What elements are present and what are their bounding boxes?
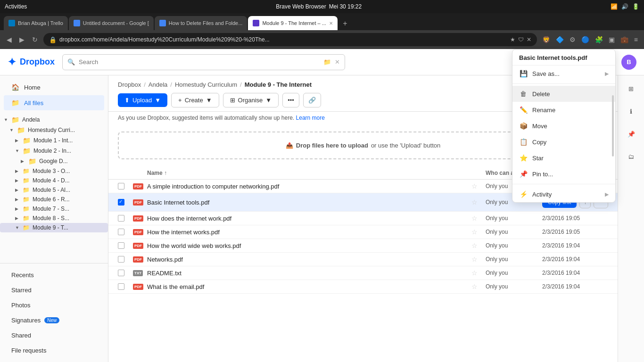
checkbox-f8[interactable] — [118, 283, 133, 290]
folder-icon-m1: 📁 — [23, 137, 31, 144]
extension1-icon[interactable]: 🔷 — [554, 34, 565, 45]
right-panel-apps-icon[interactable]: ⊞ — [624, 81, 639, 96]
pdf-badge-f6: PDF — [133, 256, 143, 263]
checkbox-f3[interactable] — [118, 215, 133, 222]
col-name-header[interactable]: Name ↑ — [147, 170, 471, 176]
organise-button[interactable]: ⊞ Organise ▼ — [223, 93, 279, 107]
star-label: Star — [532, 155, 544, 162]
context-menu-star[interactable]: ⭐ Star — [512, 150, 615, 166]
checkbox-f6[interactable] — [118, 256, 133, 263]
star-f2[interactable]: ☆ — [471, 198, 486, 206]
star-f4[interactable]: ☆ — [471, 228, 486, 236]
tree-item-module4[interactable]: ▶ 📁 Module 4 - D... — [0, 176, 108, 185]
file-row-3[interactable]: PDF How does the internet work.pdf ☆ Onl… — [108, 212, 618, 225]
folder-icon-m6: 📁 — [23, 196, 30, 203]
sidebar-item-recents[interactable]: Recents — [4, 268, 104, 282]
sidebar-label-home: Home — [24, 84, 41, 91]
folder-filter-icon[interactable]: 📁 — [323, 58, 331, 66]
folder-icon-gd: 📁 — [28, 157, 36, 165]
right-panel-pin-icon[interactable]: 📌 — [624, 126, 639, 141]
tree-item-module8[interactable]: ▶ 📁 Module 8 - S... — [0, 214, 108, 223]
tab-close-module9[interactable]: ✕ — [329, 21, 333, 26]
brave-icon[interactable]: 🦁 — [541, 34, 552, 45]
sidebar-item-home[interactable]: 🏠 Home — [4, 80, 104, 95]
more-actions-button[interactable]: ••• — [282, 93, 299, 107]
tree-item-andela[interactable]: ▼ 📁 Andela — [0, 115, 108, 125]
url-close-icon[interactable]: ✕ — [527, 36, 531, 43]
tree-item-module2[interactable]: ▼ 📁 Module 2 - In... — [0, 146, 108, 156]
checkbox-f7[interactable] — [118, 270, 133, 276]
checkbox-f4[interactable] — [118, 229, 133, 235]
tree-item-googled[interactable]: ▶ 📁 Google D... — [0, 156, 108, 166]
tree-item-module6[interactable]: ▶ 📁 Module 6 - R... — [0, 195, 108, 204]
extension2-icon[interactable]: ⚙ — [568, 34, 577, 45]
sidebar-item-file-requests[interactable]: File requests — [4, 343, 104, 358]
share-link-button[interactable]: 🔗 — [303, 93, 321, 107]
header-search[interactable]: 🔍 📁 ✕ — [62, 54, 345, 70]
extension3-icon[interactable]: 🔵 — [580, 34, 591, 45]
star-f1[interactable]: ☆ — [471, 182, 486, 190]
breadcrumb-homestudy[interactable]: Homestudy Curriculum — [175, 81, 237, 88]
tree-item-module9[interactable]: ▼ 📁 Module 9 - T... — [0, 223, 108, 232]
sidebar-item-starred[interactable]: Starred — [4, 283, 104, 297]
tab-trello[interactable]: Brian Abuga | Trello — [4, 16, 68, 30]
context-menu-move[interactable]: 📦 Move — [512, 118, 615, 134]
save-as-label: Save as... — [532, 70, 560, 77]
tab-google-docs[interactable]: Untitled document - Google [ — [69, 16, 154, 30]
learn-more-link[interactable]: Learn more — [296, 115, 325, 121]
tree-label-m8: Module 8 - S... — [33, 215, 69, 222]
tree-item-module1[interactable]: ▶ 📁 Module 1 - Int... — [0, 135, 108, 146]
breadcrumb-dropbox[interactable]: Dropbox — [118, 81, 141, 88]
wallet-icon[interactable]: 💼 — [619, 34, 630, 45]
tree-item-module7[interactable]: ▶ 📁 Module 7 - S... — [0, 204, 108, 214]
create-button[interactable]: + Create ▼ — [171, 93, 219, 107]
back-button[interactable]: ◀ — [5, 34, 14, 45]
file-row-8[interactable]: PDF What is the email.pdf ☆ Only you 2/3… — [108, 280, 618, 294]
clear-search-icon[interactable]: ✕ — [335, 58, 340, 66]
shield-icon[interactable]: 🛡 — [518, 36, 524, 43]
right-panel-folder-icon[interactable]: 🗂 — [624, 149, 639, 164]
tree-item-module3[interactable]: ▶ 📁 Module 3 - O... — [0, 166, 108, 176]
search-input[interactable] — [79, 58, 320, 66]
sidebar-item-all-files[interactable]: 📁 All files — [4, 95, 104, 110]
sidebar-item-shared[interactable]: Shared — [4, 328, 104, 343]
sidebar: 🏠 Home 📁 All files ▼ 📁 Andela ▼ — [0, 75, 108, 362]
sidebar-toggle-icon[interactable]: ▣ — [607, 34, 616, 45]
checkbox-f5[interactable] — [118, 242, 133, 249]
right-panel-info-icon[interactable]: ℹ — [624, 104, 639, 119]
file-icon-f7: TXT — [133, 270, 147, 276]
checkbox-f1[interactable] — [118, 183, 133, 189]
context-menu-delete[interactable]: 🗑 Delete — [512, 86, 615, 102]
star-f3[interactable]: ☆ — [471, 214, 486, 222]
forward-button[interactable]: ▶ — [17, 34, 26, 45]
breadcrumb-andela[interactable]: Andela — [149, 81, 167, 88]
refresh-button[interactable]: ↻ — [30, 34, 40, 45]
star-f8[interactable]: ☆ — [471, 283, 486, 290]
menu-icon[interactable]: ≡ — [633, 34, 639, 45]
tree-item-module5[interactable]: ▶ 📁 Module 5 - Al... — [0, 185, 108, 195]
context-menu-save-as[interactable]: 💾 Save as... ▶ — [512, 66, 615, 82]
context-menu-pin-to[interactable]: 📌 Pin to... — [512, 166, 615, 182]
upload-button[interactable]: ⬆ Upload ▼ — [118, 93, 167, 107]
tab-module9[interactable]: Module 9 - The Internet – ... ✕ — [248, 16, 338, 30]
star-f7[interactable]: ☆ — [471, 269, 486, 277]
file-row-5[interactable]: PDF How the world wide web works.pdf ☆ O… — [108, 239, 618, 253]
file-row-4[interactable]: PDF How the internet works.pdf ☆ Only yo… — [108, 225, 618, 239]
sidebar-item-photos[interactable]: Photos — [4, 298, 104, 313]
activities-label[interactable]: Activities — [5, 3, 27, 10]
new-tab-button[interactable]: + — [339, 17, 352, 30]
star-f5[interactable]: ☆ — [471, 242, 486, 249]
tree-item-homestudy[interactable]: ▼ 📁 Homestudy Curri... — [0, 125, 108, 135]
checkbox-f2[interactable]: ✓ — [118, 199, 133, 206]
url-input[interactable]: 🔒 dropbox.com/home/Andela/Homestudy%20Cu… — [43, 33, 537, 46]
context-menu-rename[interactable]: ✏️ Rename — [512, 102, 615, 118]
context-menu-copy[interactable]: 📋 Copy — [512, 134, 615, 150]
file-row-7[interactable]: TXT README.txt ☆ Only you 2/3/2016 19:04 — [108, 266, 618, 280]
bookmark-icon[interactable]: ★ — [510, 36, 515, 43]
puzzle-icon[interactable]: 🧩 — [594, 34, 604, 45]
context-menu-activity[interactable]: ⚡ Activity ▶ — [512, 186, 615, 202]
sidebar-item-signatures[interactable]: Signatures New — [4, 313, 104, 328]
tab-how-to-delete[interactable]: How to Delete Files and Folde... — [155, 16, 248, 30]
file-row-6[interactable]: PDF Networks.pdf ☆ Only you 2/3/2016 19:… — [108, 253, 618, 266]
star-f6[interactable]: ☆ — [471, 255, 486, 263]
